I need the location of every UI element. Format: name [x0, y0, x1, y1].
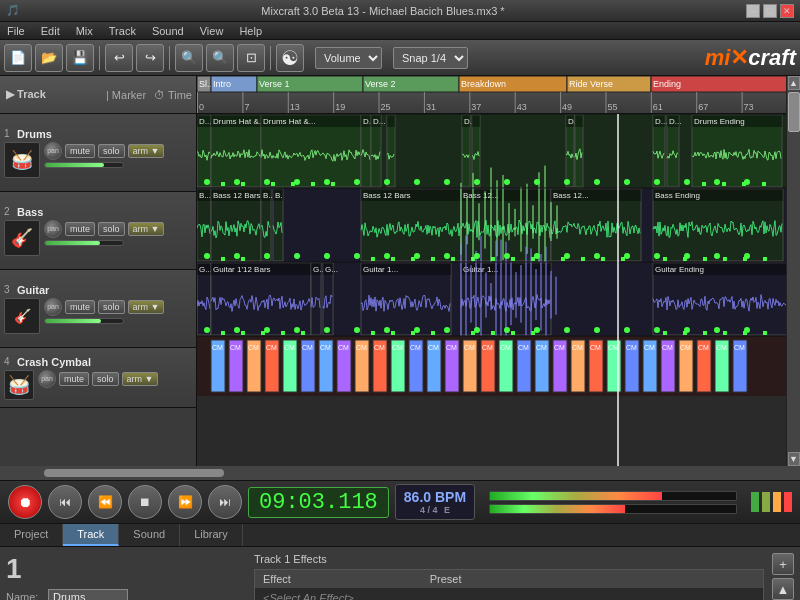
- track-controls-2: pan mute solo arm ▼: [44, 220, 164, 256]
- play-button[interactable]: ⏩: [168, 485, 202, 519]
- level-meters: [489, 491, 737, 514]
- volume-select[interactable]: Volume: [315, 47, 382, 69]
- horizontal-scrollbar[interactable]: [0, 466, 800, 480]
- pan-knob-4[interactable]: pan: [38, 370, 56, 388]
- track-row-1: 1 Drums 🥁 pan mute solo arm ▼: [0, 114, 196, 192]
- track-header: ▶ Track | Marker ⏱ Time: [0, 76, 196, 114]
- snap-control: Snap 1/4 Snap 1/8 Snap 1/2: [393, 47, 468, 69]
- track-controls-3: pan mute solo arm ▼: [44, 298, 164, 334]
- key-value: E: [444, 505, 450, 515]
- track-icon-1: 🥁: [4, 142, 40, 178]
- arm-btn-2[interactable]: arm ▼: [128, 222, 165, 236]
- skip-start-button[interactable]: ⏮: [48, 485, 82, 519]
- solo-btn-2[interactable]: solo: [98, 222, 125, 236]
- stop-button[interactable]: ⏹: [128, 485, 162, 519]
- maximize-button[interactable]: □: [763, 4, 777, 18]
- zoom-fit-button[interactable]: ⊡: [237, 44, 265, 72]
- timeline-ruler[interactable]: [197, 76, 786, 114]
- solo-btn-4[interactable]: solo: [92, 372, 119, 386]
- master-yellow-green: [762, 492, 770, 512]
- pan-knob-2[interactable]: pan: [44, 220, 62, 238]
- solo-btn-3[interactable]: solo: [98, 300, 125, 314]
- volume-bar-2[interactable]: [44, 240, 124, 246]
- mute-btn-4[interactable]: mute: [59, 372, 89, 386]
- redo-button[interactable]: ↪: [136, 44, 164, 72]
- waveform-area[interactable]: [197, 114, 786, 466]
- mute-btn-2[interactable]: mute: [65, 222, 95, 236]
- skip-end-button[interactable]: ⏭: [208, 485, 242, 519]
- menu-item-sound[interactable]: Sound: [149, 25, 187, 37]
- track-row-3: 3 Guitar 🎸 pan mute solo arm ▼: [0, 270, 196, 348]
- track-num-2: 2: [4, 206, 14, 217]
- scroll-down-arrow[interactable]: ▼: [788, 452, 800, 466]
- menu-item-mix[interactable]: Mix: [73, 25, 96, 37]
- marker-col-header: | Marker: [102, 89, 150, 101]
- waveform-canvas: [197, 114, 786, 410]
- arm-btn-1[interactable]: arm ▼: [128, 144, 165, 158]
- rewind-button[interactable]: ⏪: [88, 485, 122, 519]
- effects-placeholder: <Select An Effect>: [259, 590, 358, 600]
- menu-item-edit[interactable]: Edit: [38, 25, 63, 37]
- toolbar-separator-3: [270, 46, 271, 70]
- vertical-scrollbar[interactable]: ▲ ▼: [786, 76, 800, 466]
- volume-bar-3[interactable]: [44, 318, 124, 324]
- mute-btn-3[interactable]: mute: [65, 300, 95, 314]
- toolbar: 📄 📂 💾 ↩ ↪ 🔍 🔍 ⊡ ☯ Volume Snap 1/4 Snap 1…: [0, 40, 800, 76]
- close-button[interactable]: ✕: [780, 4, 794, 18]
- track-num-4: 4: [4, 356, 14, 367]
- arm-btn-3[interactable]: arm ▼: [128, 300, 165, 314]
- scroll-up-arrow[interactable]: ▲: [788, 76, 800, 90]
- mute-btn-1[interactable]: mute: [65, 144, 95, 158]
- open-button[interactable]: 📂: [35, 44, 63, 72]
- menu-item-track[interactable]: Track: [106, 25, 139, 37]
- toolbar-separator-2: [169, 46, 170, 70]
- menu-item-file[interactable]: File: [4, 25, 28, 37]
- level-bar-left: [489, 491, 737, 501]
- add-effect-button[interactable]: +: [772, 553, 794, 575]
- scroll-thumb[interactable]: [788, 92, 800, 132]
- pan-knob-1[interactable]: pan: [44, 142, 62, 160]
- pan-knob-3[interactable]: pan: [44, 298, 62, 316]
- tab-sound[interactable]: Sound: [119, 524, 180, 546]
- tab-library[interactable]: Library: [180, 524, 243, 546]
- volume-bar-1[interactable]: [44, 162, 124, 168]
- toolbar-separator-1: [99, 46, 100, 70]
- yin-yang-button[interactable]: ☯: [276, 44, 304, 72]
- minimize-button[interactable]: –: [746, 4, 760, 18]
- track-icon-4: 🥁: [4, 370, 34, 400]
- h-scroll-thumb[interactable]: [44, 469, 224, 477]
- new-button[interactable]: 📄: [4, 44, 32, 72]
- snap-select[interactable]: Snap 1/4 Snap 1/8 Snap 1/2: [393, 47, 468, 69]
- tab-track[interactable]: Track: [63, 524, 119, 546]
- move-up-button[interactable]: ▲: [772, 578, 794, 600]
- track-icon-3: 🎸: [4, 298, 40, 334]
- undo-button[interactable]: ↩: [105, 44, 133, 72]
- track-name-2: Bass: [17, 206, 43, 218]
- track-row-4: 4 Crash Cymbal 🥁 pan mute solo arm ▼: [0, 348, 196, 408]
- effects-action-buttons: + ▲ ▼ ✕: [772, 553, 794, 600]
- time-col-header: ⏱ Time: [150, 89, 196, 101]
- effects-title: Track 1 Effects: [254, 553, 764, 565]
- solo-btn-1[interactable]: solo: [98, 144, 125, 158]
- tab-project[interactable]: Project: [0, 524, 63, 546]
- arm-btn-4[interactable]: arm ▼: [122, 372, 159, 386]
- zoom-out-button[interactable]: 🔍: [206, 44, 234, 72]
- menu-item-view[interactable]: View: [197, 25, 227, 37]
- track-row-2: 2 Bass 🎸 pan mute solo arm ▼: [0, 192, 196, 270]
- effects-spacer: [592, 572, 759, 586]
- record-button[interactable]: ⏺: [8, 485, 42, 519]
- track-name-row: Name:: [6, 589, 246, 600]
- master-controls: [751, 492, 792, 512]
- track-name-input[interactable]: [48, 589, 128, 600]
- zoom-in-button[interactable]: 🔍: [175, 44, 203, 72]
- preset-col-header: Preset: [426, 572, 593, 586]
- track-controls-4: pan mute solo arm ▼: [38, 370, 158, 400]
- save-button[interactable]: 💾: [66, 44, 94, 72]
- volume-fill-2: [45, 241, 100, 245]
- effects-placeholder-row: <Select An Effect>: [255, 588, 763, 600]
- level-fill-right: [490, 505, 625, 513]
- time-display: 09:03.118: [248, 487, 389, 518]
- master-red: [784, 492, 792, 512]
- title-bar-title: Mixcraft 3.0 Beta 13 - Michael Bacich Bl…: [20, 5, 746, 17]
- menu-item-help[interactable]: Help: [236, 25, 265, 37]
